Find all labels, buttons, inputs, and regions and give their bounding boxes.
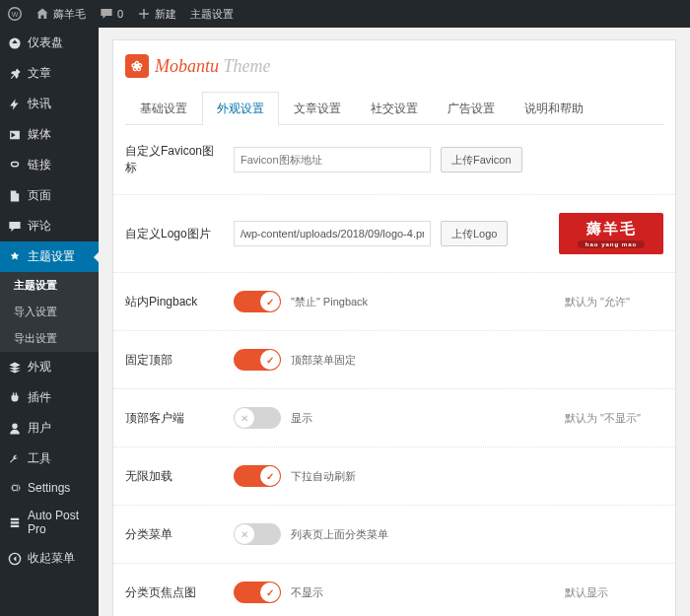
sidebar-item-9[interactable]: 插件 — [0, 382, 99, 413]
collapse-icon — [8, 552, 22, 566]
row-fixtop: 固定顶部 顶部菜单固定 — [113, 331, 675, 389]
sidebar-item-4[interactable]: 链接 — [0, 150, 99, 180]
infinite-toggle[interactable] — [234, 465, 281, 487]
sidebar-item-label: Settings — [28, 481, 70, 495]
favicon-label: 自定义Favicon图标 — [125, 143, 224, 176]
dashboard-icon — [8, 36, 22, 50]
sidebar-item-label: Auto Post Pro — [28, 509, 91, 536]
sidebar-item-label: 页面 — [28, 187, 51, 204]
catfocus-toggle[interactable] — [234, 582, 281, 603]
sidebar-item-0[interactable]: 仪表盘 — [0, 28, 99, 58]
infinite-label: 无限加载 — [125, 468, 224, 485]
sidebar-submenu: 主题设置导入设置导出设置 — [0, 272, 99, 352]
client-toggle-text: 显示 — [291, 411, 312, 426]
row-client: 顶部客户端 显示 默认为 "不显示" — [113, 389, 675, 447]
logo-input[interactable] — [234, 221, 431, 246]
sidebar-item-label: 仪表盘 — [28, 34, 63, 51]
row-catmenu: 分类菜单 列表页上面分类菜单 — [113, 506, 675, 564]
sidebar-item-5[interactable]: 页面 — [0, 180, 99, 211]
sidebar-item-12[interactable]: Settings — [0, 474, 99, 502]
tab-0[interactable]: 基础设置 — [125, 92, 202, 125]
catfocus-label: 分类页焦点图 — [125, 584, 224, 601]
settings-icon — [8, 481, 22, 495]
content-area: ❀ Mobantu Theme 基础设置外观设置文章设置社交设置广告设置说明和帮… — [99, 28, 690, 616]
sidebar-item-3[interactable]: 媒体 — [0, 119, 99, 150]
logo-upload-button[interactable]: 上传Logo — [441, 221, 508, 246]
comment-icon — [100, 7, 113, 21]
home-icon — [35, 7, 49, 21]
plus-icon — [137, 7, 151, 21]
favicon-upload-button[interactable]: 上传Favicon — [441, 147, 522, 172]
catmenu-label: 分类菜单 — [125, 526, 224, 543]
sidebar-item-11[interactable]: 工具 — [0, 444, 99, 474]
sidebar-item-label: 评论 — [28, 218, 51, 235]
extra-label: 主题设置 — [190, 7, 234, 22]
row-infinite: 无限加载 下拉自动刷新 — [113, 447, 675, 506]
fixtop-toggle[interactable] — [234, 349, 281, 371]
media-icon — [8, 128, 22, 142]
admin-bar: W 薅羊毛 0 新建 主题设置 — [0, 0, 690, 28]
row-pingback: 站内Pingback "禁止" Pingback 默认为 "允许" — [113, 273, 675, 331]
site-name: 薅羊毛 — [53, 7, 86, 22]
row-logo: 自定义Logo图片 上传Logo 薅羊毛 hao yang mao — [113, 195, 675, 273]
appearance-icon — [8, 361, 22, 375]
client-label: 顶部客户端 — [125, 410, 224, 427]
sidebar-item-8[interactable]: 外观 — [0, 352, 99, 382]
row-favicon: 自定义Favicon图标 上传Favicon — [113, 125, 675, 195]
pingback-toggle[interactable] — [234, 291, 281, 312]
logo-preview: 薅羊毛 hao yang mao — [559, 213, 663, 254]
auto-icon — [8, 515, 22, 529]
pingback-toggle-text: "禁止" Pingback — [291, 295, 368, 309]
new-label: 新建 — [155, 7, 176, 22]
sidebar-subitem-1[interactable]: 导入设置 — [0, 299, 99, 325]
tab-4[interactable]: 广告设置 — [433, 92, 510, 125]
settings-tabs: 基础设置外观设置文章设置社交设置广告设置说明和帮助 — [125, 92, 663, 125]
link-icon — [8, 159, 22, 172]
tab-3[interactable]: 社交设置 — [356, 92, 433, 125]
sidebar-item-label: 外观 — [28, 359, 51, 376]
brand-logo-icon: ❀ — [125, 54, 149, 78]
sidebar-item-label: 用户 — [28, 420, 51, 437]
sidebar-item-2[interactable]: 快讯 — [0, 89, 99, 119]
brand-text: Mobantu Theme — [155, 56, 271, 77]
favicon-input[interactable] — [234, 147, 431, 172]
admin-sidebar: 仪表盘文章快讯媒体链接页面评论主题设置主题设置导入设置导出设置外观插件用户工具S… — [0, 28, 99, 616]
comments-link[interactable]: 0 — [100, 7, 123, 21]
sidebar-item-13[interactable]: Auto Post Pro — [0, 502, 99, 543]
tab-1[interactable]: 外观设置 — [202, 92, 279, 125]
sidebar-subitem-0[interactable]: 主题设置 — [0, 272, 99, 299]
plugin-icon — [8, 391, 22, 405]
page-icon — [8, 189, 22, 203]
catmenu-toggle-text: 列表页上面分类菜单 — [291, 527, 388, 542]
sidebar-item-7[interactable]: 主题设置 — [0, 241, 99, 272]
client-hint: 默认为 "不显示" — [565, 411, 663, 426]
sidebar-item-10[interactable]: 用户 — [0, 413, 99, 444]
site-link[interactable]: 薅羊毛 — [35, 7, 86, 22]
sidebar-item-label: 插件 — [28, 389, 51, 406]
extra-link[interactable]: 主题设置 — [190, 7, 234, 22]
brand-header: ❀ Mobantu Theme — [113, 40, 675, 92]
comment-icon — [8, 220, 22, 234]
tab-2[interactable]: 文章设置 — [279, 92, 356, 125]
sidebar-item-label: 媒体 — [28, 126, 51, 143]
tool-icon — [8, 452, 22, 466]
client-toggle[interactable] — [234, 407, 281, 429]
sidebar-item-14[interactable]: 收起菜单 — [0, 543, 99, 574]
sidebar-item-label: 链接 — [28, 157, 51, 173]
sidebar-item-label: 文章 — [28, 65, 51, 82]
row-catfocus: 分类页焦点图 不显示 默认显示 — [113, 564, 675, 616]
comment-count: 0 — [117, 8, 123, 20]
sidebar-item-1[interactable]: 文章 — [0, 58, 99, 89]
fixtop-toggle-text: 顶部菜单固定 — [291, 353, 356, 368]
new-link[interactable]: 新建 — [137, 7, 176, 22]
catfocus-toggle-text: 不显示 — [291, 585, 323, 600]
catmenu-toggle[interactable] — [234, 523, 281, 545]
sidebar-item-6[interactable]: 评论 — [0, 211, 99, 241]
svg-text:W: W — [12, 11, 19, 18]
pingback-hint: 默认为 "允许" — [565, 295, 663, 309]
bolt-icon — [8, 98, 22, 111]
wp-logo[interactable]: W — [8, 7, 22, 21]
tab-5[interactable]: 说明和帮助 — [510, 92, 598, 125]
sidebar-item-label: 工具 — [28, 450, 51, 467]
sidebar-subitem-2[interactable]: 导出设置 — [0, 325, 99, 352]
